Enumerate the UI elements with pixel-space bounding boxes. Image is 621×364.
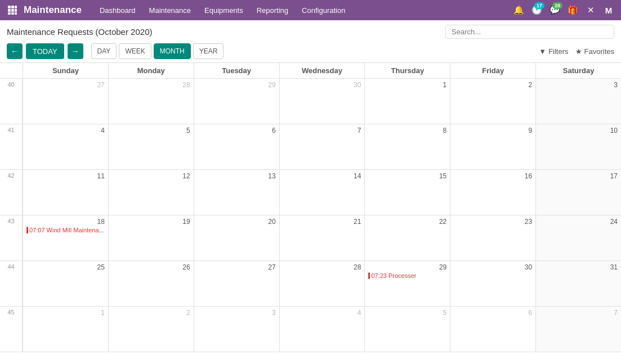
calendar-cell[interactable]: 22 [364, 215, 450, 260]
day-number: 4 [283, 309, 361, 317]
nav-maintenance[interactable]: Maintenance [142, 0, 198, 20]
day-number: 23 [454, 218, 532, 226]
day-number: 5 [112, 127, 190, 134]
view-day[interactable]: DAY [91, 43, 117, 59]
filter-label: Filters [548, 47, 568, 56]
prev-button[interactable]: ← [7, 43, 23, 59]
clock-badge: 17 [534, 2, 544, 9]
favorites-button[interactable]: ★ Favorites [575, 47, 614, 56]
calendar-header: Sunday Monday Tuesday Wednesday Thursday… [0, 63, 621, 79]
favorites-label: Favorites [584, 47, 614, 56]
view-year[interactable]: YEAR [193, 43, 224, 59]
day-number: 30 [283, 81, 361, 89]
nav-dashboard[interactable]: Dashboard [93, 0, 142, 20]
calendar-cell[interactable]: 2907:23 Processer [364, 261, 450, 306]
calendar-week-row: 4027282930123 [0, 79, 621, 124]
calendar: Sunday Monday Tuesday Wednesday Thursday… [0, 62, 621, 352]
week-number: 40 [0, 79, 23, 124]
close-icon[interactable]: ✕ [583, 2, 598, 18]
event-bar [26, 227, 28, 233]
calendar-cell[interactable]: 13 [194, 170, 279, 215]
filters-button[interactable]: ▼ Filters [539, 47, 568, 56]
toolbar: ← TODAY → DAY WEEK MONTH YEAR ▼ Filters … [0, 41, 621, 62]
calendar-cell[interactable]: 7 [279, 124, 365, 169]
day-number: 24 [539, 218, 618, 226]
calendar-cell[interactable]: 15 [364, 170, 450, 215]
calendar-cell[interactable]: 30 [450, 261, 535, 306]
calendar-cell[interactable]: 21 [279, 215, 365, 260]
calendar-cell[interactable]: 11 [23, 170, 108, 215]
view-week[interactable]: WEEK [119, 43, 151, 59]
today-indicator: 17 [610, 172, 618, 180]
calendar-cell[interactable]: 7 [535, 307, 621, 352]
day-number: 20 [198, 218, 276, 226]
calendar-cell[interactable]: 2 [450, 79, 535, 124]
calendar-cell[interactable]: 3 [535, 79, 621, 124]
calendar-cell[interactable]: 27 [23, 79, 108, 124]
svg-rect-3 [8, 9, 11, 12]
week-number: 44 [0, 261, 23, 306]
calendar-cell[interactable]: 1807:07 Wind Mill Maintena... [23, 215, 108, 260]
header-tuesday: Tuesday [194, 63, 279, 78]
today-button[interactable]: TODAY [26, 43, 64, 59]
calendar-cell[interactable]: 4 [279, 307, 365, 352]
nav-configuration[interactable]: Configuration [295, 0, 352, 20]
calendar-cell[interactable]: 16 [450, 170, 535, 215]
day-number: 28 [283, 263, 361, 271]
next-button[interactable]: → [68, 43, 83, 59]
calendar-cell[interactable]: 14 [279, 170, 365, 215]
user-avatar[interactable]: M [601, 2, 616, 18]
day-number: 3 [198, 309, 276, 317]
week-number: 43 [0, 215, 23, 260]
calendar-cell[interactable]: 1 [364, 79, 450, 124]
calendar-cell[interactable]: 23 [450, 215, 535, 260]
calendar-cell[interactable]: 6 [450, 307, 535, 352]
search-input[interactable] [445, 25, 614, 39]
calendar-cell[interactable]: 30 [279, 79, 365, 124]
calendar-event[interactable]: 07:07 Wind Mill Maintena... [26, 227, 105, 233]
filter-icon: ▼ [539, 47, 546, 56]
calendar-cell[interactable]: 1 [23, 307, 108, 352]
view-month[interactable]: MONTH [154, 43, 191, 59]
bell-icon[interactable]: 🔔 [511, 2, 526, 18]
calendar-cell[interactable]: 31 [535, 261, 621, 306]
calendar-cell[interactable]: 4 [23, 124, 108, 169]
day-number: 1 [26, 309, 105, 317]
clock-icon[interactable]: 🕐 17 [529, 2, 544, 18]
nav-equipments[interactable]: Equipments [198, 0, 250, 20]
calendar-cell[interactable]: 5 [108, 124, 194, 169]
main-nav: Dashboard Maintenance Equipments Reporti… [93, 0, 511, 20]
calendar-cell[interactable]: 12 [108, 170, 194, 215]
calendar-cell[interactable]: 19 [108, 215, 194, 260]
calendar-cell[interactable]: 25 [23, 261, 108, 306]
calendar-cell[interactable]: 26 [108, 261, 194, 306]
calendar-cell[interactable]: 5 [364, 307, 450, 352]
calendar-cell[interactable]: 10 [535, 124, 621, 169]
svg-rect-2 [15, 6, 17, 8]
calendar-cell[interactable]: 2 [108, 307, 194, 352]
calendar-cell[interactable]: 17 [535, 170, 621, 215]
star-icon: ★ [575, 47, 582, 56]
calendar-cell[interactable]: 3 [194, 307, 279, 352]
calendar-event[interactable]: 07:23 Processer [368, 272, 446, 279]
event-text: 07:07 Wind Mill Maintena... [29, 227, 104, 233]
calendar-cell[interactable]: 27 [194, 261, 279, 306]
day-number: 4 [26, 127, 105, 134]
calendar-cell[interactable]: 8 [364, 124, 450, 169]
calendar-cell[interactable]: 9 [450, 124, 535, 169]
calendar-cell[interactable]: 28 [279, 261, 365, 306]
calendar-cell[interactable]: 28 [108, 79, 194, 124]
header-saturday: Saturday [535, 63, 621, 78]
day-number: 31 [539, 263, 618, 271]
calendar-week-row: 431807:07 Wind Mill Maintena...192021222… [0, 215, 621, 261]
chat-icon[interactable]: 💬 28 [547, 2, 562, 18]
apps-icon[interactable] [5, 2, 20, 18]
day-number: 5 [368, 309, 446, 317]
calendar-cell[interactable]: 24 [535, 215, 621, 260]
nav-reporting[interactable]: Reporting [250, 0, 295, 20]
calendar-cell[interactable]: 6 [194, 124, 279, 169]
calendar-cell[interactable]: 20 [194, 215, 279, 260]
gift-icon[interactable]: 🎁 [565, 2, 580, 18]
week-number: 45 [0, 307, 23, 352]
calendar-cell[interactable]: 29 [194, 79, 279, 124]
